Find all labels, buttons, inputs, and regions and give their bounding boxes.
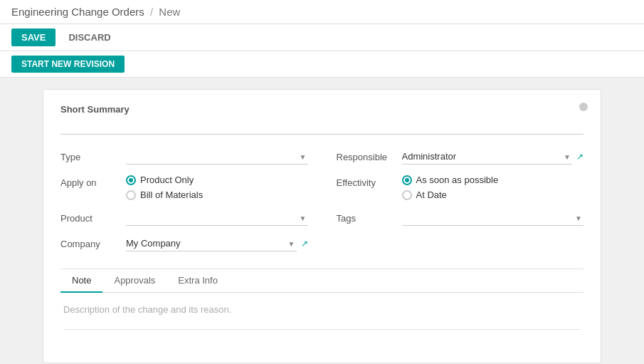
breadcrumb: Engineering Change Orders / New: [11, 6, 180, 18]
effectivity-label: Effectivity: [337, 175, 394, 188]
tab-approvals[interactable]: Approvals: [102, 269, 167, 293]
top-bar: Engineering Change Orders / New: [0, 0, 644, 24]
form-grid: Type ▼ Apply on: [60, 149, 584, 251]
company-field: My Company ▼ ↗: [126, 236, 308, 251]
left-section: Type ▼ Apply on: [60, 149, 308, 251]
note-divider: [63, 329, 581, 330]
action-bar: SAVE DISCARD: [0, 24, 644, 51]
responsible-label: Responsible: [337, 149, 394, 162]
apply-on-field: Product Only Bill of Materials: [126, 175, 308, 200]
company-row: Company My Company ▼ ↗: [60, 236, 308, 251]
breadcrumb-current: New: [159, 6, 180, 18]
product-select[interactable]: [126, 210, 308, 226]
apply-on-product-only-radio: [126, 175, 136, 185]
note-placeholder: Description of the change and its reason…: [63, 304, 231, 315]
tags-row: Tags ▼: [337, 210, 584, 226]
product-row: Product ▼: [60, 210, 308, 226]
product-select-wrapper: ▼: [126, 210, 308, 226]
responsible-select[interactable]: Administrator: [402, 149, 573, 165]
tabs-header: Note Approvals Extra Info: [60, 269, 584, 293]
effectivity-asap[interactable]: As soon as possible: [402, 175, 584, 185]
responsible-row: Responsible Administrator ▼ ↗: [337, 149, 584, 165]
start-new-revision-button[interactable]: START NEW REVISION: [11, 56, 125, 73]
short-summary-input[interactable]: [60, 118, 584, 135]
company-select-wrapper: My Company ▼: [126, 236, 297, 251]
effectivity-row: Effectivity As soon as possible At Date: [337, 175, 584, 200]
responsible-field: Administrator ▼ ↗: [402, 149, 584, 165]
discard-button[interactable]: DISCARD: [61, 28, 117, 46]
tags-select[interactable]: [402, 210, 584, 226]
responsible-select-wrapper: Administrator ▼: [402, 149, 573, 165]
type-row: Type ▼: [60, 149, 308, 165]
right-section: Responsible Administrator ▼ ↗: [337, 149, 584, 251]
breadcrumb-separator: /: [150, 6, 153, 18]
tab-content-note: Description of the change and its reason…: [60, 293, 584, 341]
apply-on-bom-radio: [126, 190, 136, 200]
effectivity-field: As soon as possible At Date: [402, 175, 584, 200]
apply-on-product-only[interactable]: Product Only: [126, 175, 308, 185]
revision-bar: START NEW REVISION: [0, 51, 644, 78]
effectivity-at-date-radio: [402, 190, 412, 200]
apply-on-bill-of-materials[interactable]: Bill of Materials: [126, 189, 308, 200]
type-select-wrapper: ▼: [126, 149, 308, 165]
type-select[interactable]: [126, 149, 308, 165]
product-label: Product: [60, 210, 117, 224]
tags-field: ▼: [402, 210, 584, 226]
responsible-external-link-icon[interactable]: ↗: [576, 152, 584, 162]
status-dot: [579, 103, 588, 111]
apply-on-bom-label: Bill of Materials: [140, 189, 203, 200]
tags-label: Tags: [337, 210, 394, 224]
save-button[interactable]: SAVE: [11, 28, 56, 46]
company-external-link-icon[interactable]: ↗: [301, 239, 308, 249]
apply-on-row: Apply on Product Only Bill of Materials: [60, 175, 308, 200]
tab-note[interactable]: Note: [60, 269, 102, 293]
tags-select-wrapper: ▼: [402, 210, 584, 226]
type-field: ▼: [126, 149, 308, 165]
short-summary-label: Short Summary: [60, 104, 584, 115]
product-field: ▼: [126, 210, 308, 226]
company-label: Company: [60, 236, 117, 249]
effectivity-asap-label: As soon as possible: [416, 175, 499, 185]
responsible-field-with-link: Administrator ▼ ↗: [402, 149, 584, 165]
company-select[interactable]: My Company: [126, 236, 297, 251]
effectivity-at-date[interactable]: At Date: [402, 189, 584, 200]
effectivity-at-date-label: At Date: [416, 189, 447, 200]
type-label: Type: [60, 149, 117, 162]
apply-on-product-only-label: Product Only: [140, 175, 194, 185]
tabs-container: Note Approvals Extra Info Description of…: [60, 269, 584, 341]
main-content: Short Summary Type ▼: [0, 78, 644, 364]
apply-on-label: Apply on: [60, 175, 117, 188]
breadcrumb-parent[interactable]: Engineering Change Orders: [11, 6, 144, 18]
effectivity-asap-radio: [402, 175, 412, 185]
company-field-with-link: My Company ▼ ↗: [126, 236, 308, 251]
form-card: Short Summary Type ▼: [43, 89, 601, 363]
tab-extra-info[interactable]: Extra Info: [167, 269, 229, 293]
